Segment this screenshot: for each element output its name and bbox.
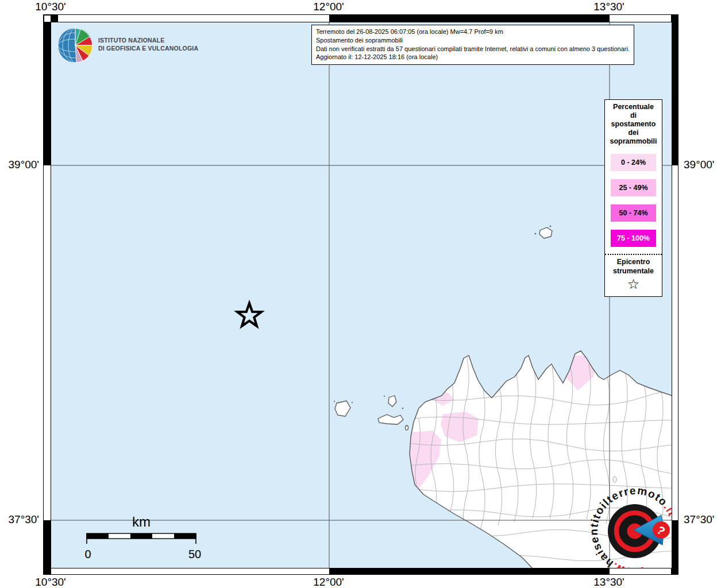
legend-divider xyxy=(605,254,662,255)
legend-class-75-100: 75 - 100% xyxy=(611,230,656,247)
info-line-event: Terremoto del 26-08-2025 06:07:05 (ora l… xyxy=(316,28,630,36)
legend: Percentuale di spostamento dei soprammob… xyxy=(604,99,662,297)
ingv-globe-icon xyxy=(57,27,94,64)
ingv-name-line2: DI GEOFISICA E VULCANOLOGIA xyxy=(98,45,198,52)
scale-bar-end: 50 xyxy=(188,548,201,560)
axis-label-top-center: 12°00' xyxy=(313,1,344,13)
axis-label-left-37: 37°30' xyxy=(0,513,39,526)
legend-title-line: dei xyxy=(605,129,662,137)
macroseismic-map-page: 10°30' 12°00' 13°30' 10°30' 12°00' 13°30… xyxy=(0,0,721,588)
legend-title-line: soprammobili xyxy=(605,137,662,146)
axis-label-bottom-left: 10°30' xyxy=(35,576,66,588)
axis-label-top-left: 10°30' xyxy=(35,1,66,13)
islet xyxy=(406,425,408,430)
info-line-source: Dati non verificati estratti da 57 quest… xyxy=(316,45,630,53)
ingv-logo: ISTITUTO NAZIONALE DI GEOFISICA E VULCAN… xyxy=(57,27,218,67)
legend-epicenter-label: Epicentro xyxy=(605,257,662,266)
enclave-outline xyxy=(613,477,616,482)
legend-class-25-49: 25 - 49% xyxy=(611,179,656,196)
map-area: km 0 50 ? xyxy=(51,22,672,568)
scale-bar-start: 0 xyxy=(84,548,91,560)
legend-epicenter-label: strumentale xyxy=(605,266,662,276)
legend-title-line: Percentuale xyxy=(605,103,662,111)
legend-class-50-74: 50 - 74% xyxy=(611,204,656,222)
legend-class-0-24: 0 - 24% xyxy=(611,154,656,171)
axis-label-right-39: 39°00' xyxy=(684,158,715,171)
info-line-updated: Aggiornato il: 12-12-2025 18:16 (ora loc… xyxy=(316,53,630,61)
axis-label-left-39: 39°00' xyxy=(0,158,39,171)
info-box: Terremoto del 26-08-2025 06:07:05 (ora l… xyxy=(311,25,634,65)
axis-label-bottom-right: 13°30' xyxy=(593,576,624,588)
scale-bar-unit: km xyxy=(132,514,151,529)
legend-epicenter-star-icon: ☆ xyxy=(605,277,662,292)
axis-label-bottom-center: 12°00' xyxy=(313,576,344,588)
legend-title-line: spostamento xyxy=(605,120,662,129)
axis-label-right-37: 37°30' xyxy=(684,513,715,526)
info-line-map-type: Spostamento dei soprammobili xyxy=(316,36,630,45)
map-canvas: km 0 50 ? xyxy=(51,22,672,568)
legend-title-line: di xyxy=(605,111,662,120)
ingv-name-line1: ISTITUTO NAZIONALE xyxy=(98,37,164,44)
axis-label-top-right: 13°30' xyxy=(593,1,624,13)
map-frame: km 0 50 ? xyxy=(43,14,678,575)
